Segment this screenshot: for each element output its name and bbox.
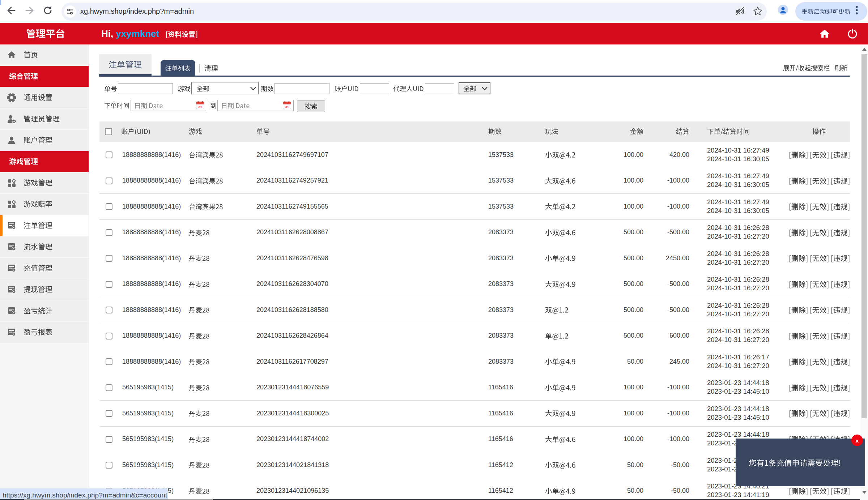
svg-text:31: 31 bbox=[285, 105, 289, 109]
svg-text:31: 31 bbox=[198, 105, 202, 109]
